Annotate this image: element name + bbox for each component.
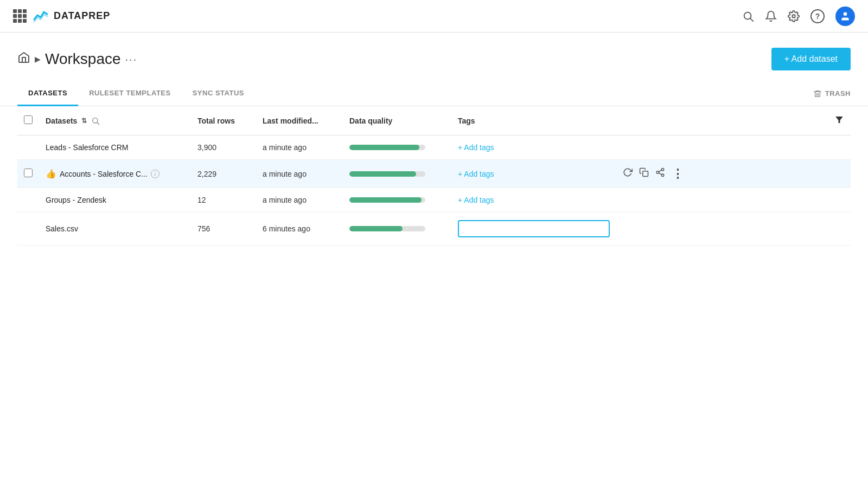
th-last-modified: Last modified... xyxy=(256,106,343,135)
dataset-name[interactable]: Groups - Zendesk xyxy=(46,196,106,204)
quality-bar xyxy=(349,171,416,177)
svg-line-5 xyxy=(97,122,99,125)
add-tags-link[interactable]: + Add tags xyxy=(458,196,494,204)
th-data-quality: Data quality xyxy=(343,106,451,135)
breadcrumb-title: Workspace xyxy=(45,50,121,68)
quality-bar xyxy=(349,226,403,231)
quality-bar xyxy=(349,145,419,150)
dataset-quality-cell xyxy=(343,135,451,160)
trash-label: TRASH xyxy=(825,89,851,98)
dataset-last-modified: 6 minutes ago xyxy=(256,212,343,246)
row-checkbox-cell xyxy=(17,135,39,160)
dataset-total-rows: 756 xyxy=(191,212,256,246)
dataset-name[interactable]: Accounts - Salesforce C... xyxy=(60,170,148,178)
add-dataset-button[interactable]: + Add dataset xyxy=(771,48,851,70)
dataset-last-modified: a minute ago xyxy=(256,135,343,160)
search-icon[interactable] xyxy=(742,10,754,22)
svg-line-1 xyxy=(750,18,753,21)
home-icon[interactable] xyxy=(17,51,30,67)
user-avatar[interactable] xyxy=(835,7,855,26)
quality-bar-container xyxy=(349,226,425,231)
dataset-name-cell: 👍Accounts - Salesforce C...i xyxy=(39,160,191,188)
th-actions xyxy=(616,106,851,135)
tabs-bar: DATASETS RULESET TEMPLATES SYNC STATUS T… xyxy=(0,81,868,106)
filter-icon[interactable] xyxy=(834,115,844,125)
datasets-table-container: Datasets ⇅ Total rows Last modified... D… xyxy=(0,106,868,246)
svg-line-11 xyxy=(659,173,661,175)
dataset-tags-cell: + Add tags xyxy=(451,135,616,160)
tabs-left: DATASETS RULESET TEMPLATES SYNC STATUS xyxy=(17,81,255,106)
row-checkbox[interactable] xyxy=(24,169,33,177)
select-all-checkbox[interactable] xyxy=(24,115,33,124)
row-checkbox-cell xyxy=(17,160,39,188)
add-tags-link[interactable]: + Add tags xyxy=(458,143,494,152)
copy-icon[interactable] xyxy=(639,167,649,180)
th-datasets: Datasets ⇅ xyxy=(39,106,191,135)
app-name: DATAPREP xyxy=(54,10,110,22)
dataset-name-cell: Sales.csv xyxy=(39,212,191,246)
tab-sync-status[interactable]: SYNC STATUS xyxy=(182,81,255,106)
dataset-total-rows: 12 xyxy=(191,188,256,212)
column-search-icon[interactable] xyxy=(91,117,100,125)
add-tags-link[interactable]: + Add tags xyxy=(458,170,494,178)
table-row: Groups - Zendesk12a minute ago+ Add tags xyxy=(17,188,851,212)
dataset-actions-cell: ⋮ xyxy=(616,160,851,188)
table-row: Leads - Salesforce CRM3,900a minute ago+… xyxy=(17,135,851,160)
header-left: DATAPREP xyxy=(13,8,110,25)
quality-bar-container xyxy=(349,145,425,150)
dataset-quality-cell xyxy=(343,160,451,188)
svg-point-3 xyxy=(844,12,847,16)
row-checkbox-cell xyxy=(17,188,39,212)
dataset-name[interactable]: Sales.csv xyxy=(46,224,78,233)
row-checkbox-cell xyxy=(17,212,39,246)
th-tags: Tags xyxy=(451,106,616,135)
quality-bar-container xyxy=(349,197,425,203)
dataset-tags-cell: + Add tags xyxy=(451,188,616,212)
dataset-last-modified: a minute ago xyxy=(256,188,343,212)
header-right: ? xyxy=(742,7,855,26)
dataset-quality-cell xyxy=(343,212,451,246)
tag-input[interactable] xyxy=(458,220,610,237)
svg-marker-6 xyxy=(835,117,843,123)
dataset-actions-cell xyxy=(616,135,851,160)
table-row: 👍Accounts - Salesforce C...i2,229a minut… xyxy=(17,160,851,188)
th-select-all xyxy=(17,106,39,135)
logo-area: DATAPREP xyxy=(32,8,110,25)
breadcrumb-arrow: ▶ xyxy=(35,55,41,63)
bell-icon[interactable] xyxy=(765,10,777,22)
tab-ruleset-templates[interactable]: RULESET TEMPLATES xyxy=(78,81,182,106)
add-dataset-label: + Add dataset xyxy=(784,54,838,64)
app-header: DATAPREP ? xyxy=(0,0,868,33)
trash-button[interactable]: TRASH xyxy=(813,89,851,98)
dataset-quality-cell xyxy=(343,188,451,212)
quality-bar-container xyxy=(349,171,425,177)
more-options-icon[interactable]: ⋮ xyxy=(672,168,684,180)
dataset-tags-cell xyxy=(451,212,616,246)
th-total-rows: Total rows xyxy=(191,106,256,135)
dataset-actions-cell xyxy=(616,188,851,212)
gear-icon[interactable] xyxy=(788,10,800,22)
grid-menu-icon[interactable] xyxy=(13,9,27,23)
help-icon[interactable]: ? xyxy=(810,9,825,23)
share-icon[interactable] xyxy=(655,167,665,180)
dataset-total-rows: 2,229 xyxy=(191,160,256,188)
row-actions: ⋮ xyxy=(623,167,844,180)
breadcrumb-left: ▶ Workspace ··· xyxy=(17,50,137,68)
svg-line-12 xyxy=(659,170,661,172)
thumb-icon: 👍 xyxy=(46,169,56,179)
breadcrumb-more-button[interactable]: ··· xyxy=(125,53,138,66)
sort-icon[interactable]: ⇅ xyxy=(81,117,87,125)
dataset-total-rows: 3,900 xyxy=(191,135,256,160)
info-icon[interactable]: i xyxy=(151,170,159,178)
quality-bar xyxy=(349,197,422,203)
datasets-table: Datasets ⇅ Total rows Last modified... D… xyxy=(17,106,851,246)
breadcrumb-bar: ▶ Workspace ··· + Add dataset xyxy=(0,33,868,81)
dataset-name[interactable]: Leads - Salesforce CRM xyxy=(46,143,129,152)
logo-icon xyxy=(32,8,49,25)
refresh-icon[interactable] xyxy=(623,167,633,180)
svg-point-2 xyxy=(792,15,795,18)
tab-datasets[interactable]: DATASETS xyxy=(17,81,78,106)
dataset-actions-cell xyxy=(616,212,851,246)
dataset-last-modified: a minute ago xyxy=(256,160,343,188)
dataset-name-cell: Leads - Salesforce CRM xyxy=(39,135,191,160)
